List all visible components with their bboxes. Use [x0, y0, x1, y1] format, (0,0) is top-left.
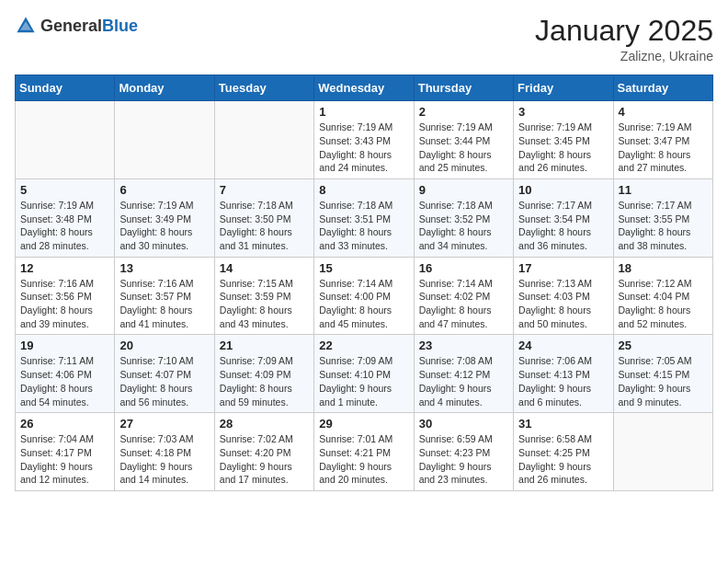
day-info: Sunrise: 7:10 AM Sunset: 4:07 PM Dayligh… [119, 354, 209, 408]
day-header-saturday: Saturday [613, 75, 712, 101]
title-area: January 2025 Zalizne, Ukraine [535, 15, 713, 63]
day-info: Sunrise: 7:01 AM Sunset: 4:21 PM Dayligh… [319, 432, 408, 487]
calendar-week-row: 19Sunrise: 7:11 AM Sunset: 4:06 PM Dayli… [16, 335, 713, 413]
day-number: 4 [619, 105, 708, 119]
day-number: 7 [220, 183, 309, 197]
day-number: 25 [619, 339, 708, 352]
calendar-cell [115, 101, 214, 179]
calendar-cell: 8Sunrise: 7:18 AM Sunset: 3:51 PM Daylig… [314, 178, 414, 257]
calendar-cell: 4Sunrise: 7:19 AM Sunset: 3:47 PM Daylig… [613, 101, 712, 179]
day-info: Sunrise: 7:19 AM Sunset: 3:44 PM Dayligh… [419, 121, 508, 175]
month-title: January 2025 [535, 15, 713, 47]
calendar-cell: 31Sunrise: 6:58 AM Sunset: 4:25 PM Dayli… [514, 413, 613, 491]
day-info: Sunrise: 7:03 AM Sunset: 4:18 PM Dayligh… [119, 432, 209, 487]
calendar-cell: 22Sunrise: 7:09 AM Sunset: 4:10 PM Dayli… [314, 335, 414, 413]
day-info: Sunrise: 7:09 AM Sunset: 4:10 PM Dayligh… [319, 354, 408, 408]
day-info: Sunrise: 7:19 AM Sunset: 3:48 PM Dayligh… [20, 199, 109, 253]
day-info: Sunrise: 7:05 AM Sunset: 4:15 PM Dayligh… [619, 354, 708, 408]
day-number: 14 [220, 261, 309, 275]
calendar-cell: 12Sunrise: 7:16 AM Sunset: 3:56 PM Dayli… [16, 257, 115, 335]
calendar-week-row: 12Sunrise: 7:16 AM Sunset: 3:56 PM Dayli… [16, 257, 713, 335]
day-number: 17 [518, 261, 608, 275]
day-info: Sunrise: 7:15 AM Sunset: 3:59 PM Dayligh… [220, 277, 309, 331]
day-header-sunday: Sunday [16, 75, 115, 101]
calendar-cell: 14Sunrise: 7:15 AM Sunset: 3:59 PM Dayli… [214, 257, 313, 335]
day-number: 20 [119, 339, 209, 352]
day-info: Sunrise: 7:02 AM Sunset: 4:20 PM Dayligh… [220, 432, 309, 487]
day-info: Sunrise: 7:09 AM Sunset: 4:09 PM Dayligh… [220, 354, 309, 408]
calendar-cell: 17Sunrise: 7:13 AM Sunset: 4:03 PM Dayli… [514, 257, 613, 335]
calendar-cell: 7Sunrise: 7:18 AM Sunset: 3:50 PM Daylig… [214, 178, 313, 257]
day-number: 9 [419, 183, 508, 197]
logo-general-text: General [40, 17, 102, 34]
day-number: 28 [220, 417, 309, 431]
calendar-cell: 24Sunrise: 7:06 AM Sunset: 4:13 PM Dayli… [514, 335, 613, 413]
day-info: Sunrise: 7:14 AM Sunset: 4:02 PM Dayligh… [419, 277, 508, 331]
calendar-cell: 11Sunrise: 7:17 AM Sunset: 3:55 PM Dayli… [613, 178, 712, 257]
day-info: Sunrise: 7:18 AM Sunset: 3:51 PM Dayligh… [319, 199, 408, 253]
day-number: 22 [319, 339, 408, 352]
day-header-monday: Monday [115, 75, 214, 101]
calendar-cell: 30Sunrise: 6:59 AM Sunset: 4:23 PM Dayli… [414, 413, 513, 491]
calendar-week-row: 1Sunrise: 7:19 AM Sunset: 3:43 PM Daylig… [16, 101, 713, 179]
calendar-cell [16, 101, 115, 179]
calendar-cell [613, 413, 712, 491]
calendar-cell: 19Sunrise: 7:11 AM Sunset: 4:06 PM Dayli… [16, 335, 115, 413]
day-info: Sunrise: 7:18 AM Sunset: 3:50 PM Dayligh… [220, 199, 309, 253]
calendar-cell: 3Sunrise: 7:19 AM Sunset: 3:45 PM Daylig… [514, 101, 613, 179]
day-number: 8 [319, 183, 408, 197]
day-number: 26 [20, 417, 109, 431]
day-info: Sunrise: 7:04 AM Sunset: 4:17 PM Dayligh… [20, 432, 109, 487]
day-header-thursday: Thursday [414, 75, 513, 101]
calendar-cell: 26Sunrise: 7:04 AM Sunset: 4:17 PM Dayli… [16, 413, 115, 491]
day-number: 31 [518, 417, 608, 431]
day-number: 24 [518, 339, 608, 352]
day-number: 15 [319, 261, 408, 275]
day-header-friday: Friday [514, 75, 613, 101]
calendar-cell: 16Sunrise: 7:14 AM Sunset: 4:02 PM Dayli… [414, 257, 513, 335]
calendar-cell: 20Sunrise: 7:10 AM Sunset: 4:07 PM Dayli… [115, 335, 214, 413]
day-number: 1 [319, 105, 408, 119]
calendar-cell: 23Sunrise: 7:08 AM Sunset: 4:12 PM Dayli… [414, 335, 513, 413]
day-header-wednesday: Wednesday [314, 75, 414, 101]
day-number: 6 [119, 183, 209, 197]
day-info: Sunrise: 6:58 AM Sunset: 4:25 PM Dayligh… [518, 432, 608, 487]
location-subtitle: Zalizne, Ukraine [535, 49, 713, 63]
day-number: 18 [619, 261, 708, 275]
calendar-cell [214, 101, 313, 179]
day-info: Sunrise: 7:18 AM Sunset: 3:52 PM Dayligh… [419, 199, 508, 253]
calendar-week-row: 5Sunrise: 7:19 AM Sunset: 3:48 PM Daylig… [16, 178, 713, 257]
day-info: Sunrise: 7:13 AM Sunset: 4:03 PM Dayligh… [518, 277, 608, 331]
calendar-cell: 27Sunrise: 7:03 AM Sunset: 4:18 PM Dayli… [115, 413, 214, 491]
calendar-week-row: 26Sunrise: 7:04 AM Sunset: 4:17 PM Dayli… [16, 413, 713, 491]
logo: General Blue [15, 15, 138, 37]
page-header: General Blue January 2025 Zalizne, Ukrai… [15, 15, 713, 63]
calendar-cell: 29Sunrise: 7:01 AM Sunset: 4:21 PM Dayli… [314, 413, 414, 491]
calendar-cell: 25Sunrise: 7:05 AM Sunset: 4:15 PM Dayli… [613, 335, 712, 413]
day-info: Sunrise: 7:19 AM Sunset: 3:47 PM Dayligh… [619, 121, 708, 175]
calendar-table: SundayMondayTuesdayWednesdayThursdayFrid… [15, 75, 713, 491]
day-info: Sunrise: 7:11 AM Sunset: 4:06 PM Dayligh… [20, 354, 109, 408]
day-info: Sunrise: 7:16 AM Sunset: 3:56 PM Dayligh… [20, 277, 109, 331]
day-number: 16 [419, 261, 508, 275]
day-number: 21 [220, 339, 309, 352]
day-number: 27 [119, 417, 209, 431]
day-info: Sunrise: 7:17 AM Sunset: 3:54 PM Dayligh… [518, 199, 608, 253]
day-info: Sunrise: 7:08 AM Sunset: 4:12 PM Dayligh… [419, 354, 508, 408]
logo-icon [15, 15, 37, 37]
day-number: 12 [20, 261, 109, 275]
day-info: Sunrise: 7:19 AM Sunset: 3:45 PM Dayligh… [518, 121, 608, 175]
day-header-tuesday: Tuesday [214, 75, 313, 101]
day-number: 29 [319, 417, 408, 431]
day-number: 30 [419, 417, 508, 431]
calendar-cell: 18Sunrise: 7:12 AM Sunset: 4:04 PM Dayli… [613, 257, 712, 335]
calendar-cell: 5Sunrise: 7:19 AM Sunset: 3:48 PM Daylig… [16, 178, 115, 257]
day-info: Sunrise: 7:14 AM Sunset: 4:00 PM Dayligh… [319, 277, 408, 331]
day-info: Sunrise: 7:17 AM Sunset: 3:55 PM Dayligh… [619, 199, 708, 253]
day-number: 2 [419, 105, 508, 119]
day-number: 10 [518, 183, 608, 197]
calendar-cell: 1Sunrise: 7:19 AM Sunset: 3:43 PM Daylig… [314, 101, 414, 179]
calendar-cell: 9Sunrise: 7:18 AM Sunset: 3:52 PM Daylig… [414, 178, 513, 257]
calendar-cell: 15Sunrise: 7:14 AM Sunset: 4:00 PM Dayli… [314, 257, 414, 335]
day-number: 23 [419, 339, 508, 352]
